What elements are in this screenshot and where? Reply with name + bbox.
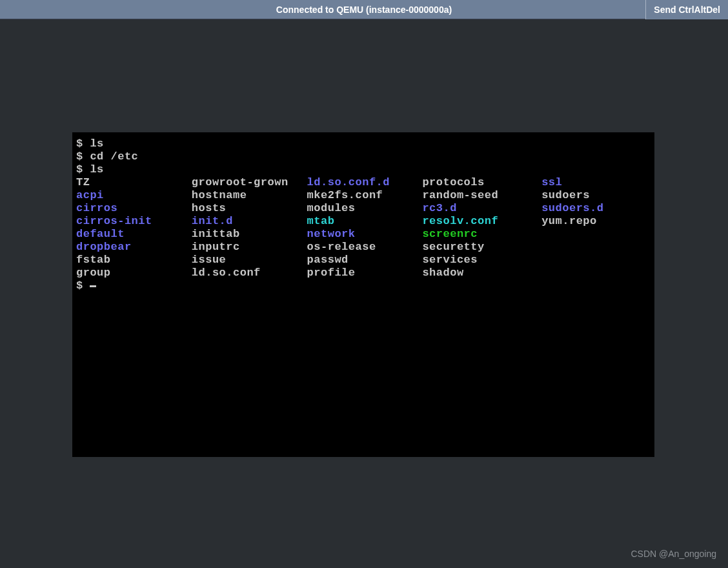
file-entry: ld.so.conf <box>192 267 307 279</box>
file-entry: sudoers <box>541 189 651 202</box>
ls-column: sslsudoerssudoers.dyum.repo <box>541 176 651 279</box>
file-entry: TZ <box>76 176 192 189</box>
file-entry: growroot-grown <box>192 176 307 189</box>
ls-column: TZacpicirroscirros-initdefaultdropbearfs… <box>76 176 192 279</box>
ls-column: protocolsrandom-seedrc3.dresolv.confscre… <box>422 176 541 279</box>
file-entry: dropbear <box>76 241 192 254</box>
file-entry: modules <box>307 202 423 215</box>
file-entry: random-seed <box>422 189 541 202</box>
file-entry: services <box>422 254 541 267</box>
file-entry: profile <box>307 267 423 279</box>
file-entry: cirros-init <box>76 215 192 228</box>
file-entry: issue <box>192 254 307 267</box>
file-entry: ld.so.conf.d <box>307 176 423 189</box>
file-entry: screenrc <box>422 228 541 241</box>
file-entry: os-release <box>307 241 423 254</box>
file-entry: protocols <box>422 176 541 189</box>
ls-column: growroot-grownhostnamehostsinit.dinittab… <box>192 176 307 279</box>
file-entry: hostname <box>192 189 307 202</box>
file-entry: cirros <box>76 202 192 215</box>
console-header: Connected to QEMU (instance-0000000a) Se… <box>0 0 728 19</box>
file-entry: default <box>76 228 192 241</box>
terminal-line: $ ls <box>76 163 651 176</box>
file-entry: yum.repo <box>541 215 651 228</box>
file-entry: network <box>307 228 423 241</box>
file-entry: sudoers.d <box>541 202 651 215</box>
file-entry: ssl <box>541 176 651 189</box>
prompt-symbol: $ <box>76 279 90 292</box>
ls-column: ld.so.conf.dmke2fs.confmodulesmtabnetwor… <box>307 176 423 279</box>
terminal-line: $ ls <box>76 137 651 150</box>
ls-output: TZacpicirroscirros-initdefaultdropbearfs… <box>76 176 651 279</box>
file-entry: init.d <box>192 215 307 228</box>
file-entry: inputrc <box>192 241 307 254</box>
shell-prompt: $ <box>76 279 651 292</box>
file-entry: acpi <box>76 189 192 202</box>
connection-status: Connected to QEMU (instance-0000000a) <box>276 5 452 15</box>
file-entry: securetty <box>422 241 541 254</box>
file-entry: rc3.d <box>422 202 541 215</box>
file-entry: mke2fs.conf <box>307 189 423 202</box>
file-entry: shadow <box>422 267 541 279</box>
file-entry: inittab <box>192 228 307 241</box>
terminal-line: $ cd /etc <box>76 150 651 163</box>
file-entry: hosts <box>192 202 307 215</box>
vnc-console[interactable]: $ ls $ cd /etc $ ls TZacpicirroscirros-i… <box>72 132 654 457</box>
file-entry: group <box>76 267 192 279</box>
send-ctrlaltdel-button[interactable]: Send CtrlAltDel <box>645 0 728 19</box>
file-entry: mtab <box>307 215 423 228</box>
file-entry: fstab <box>76 254 192 267</box>
file-entry: resolv.conf <box>422 215 541 228</box>
cursor-icon <box>90 285 96 287</box>
file-entry: passwd <box>307 254 423 267</box>
watermark-text: CSDN @An_ongoing <box>631 549 716 559</box>
